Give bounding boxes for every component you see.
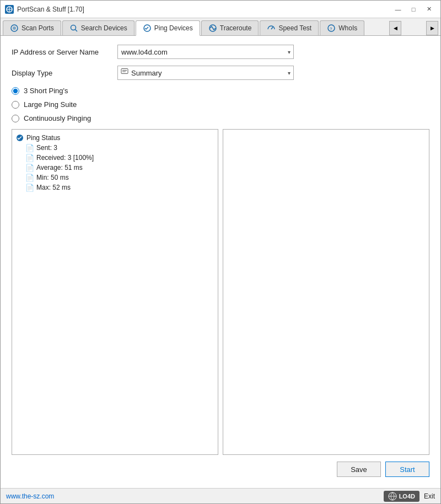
- ping-stat-min-icon: 📄: [25, 173, 34, 182]
- statusbar-logo-text: LO4D: [399, 493, 415, 500]
- tab-traceroute[interactable]: Traceroute: [201, 20, 259, 35]
- ping-stat-average-label: Average: 51 ms: [36, 164, 83, 171]
- window-controls: — □ ✕: [391, 4, 436, 15]
- scan-ports-icon: [10, 24, 19, 33]
- tabs-bar: Scan Ports Search Devices Ping Devices T…: [1, 18, 440, 36]
- svg-text:?: ?: [330, 26, 332, 31]
- tab-scan-ports[interactable]: Scan Ports: [3, 20, 61, 35]
- tab-ping-devices-label: Ping Devices: [154, 24, 193, 32]
- radio-large-ping-label: Large Ping Suite: [24, 100, 77, 109]
- statusbar-logo: LO4D: [384, 491, 420, 502]
- tab-nav-left[interactable]: ◀: [389, 21, 401, 35]
- tab-speed-test-label: Speed Test: [278, 24, 311, 32]
- minimize-button[interactable]: —: [391, 4, 405, 15]
- display-type-label: Display Type: [12, 69, 111, 77]
- radio-continuous[interactable]: Continuously Pinging: [12, 114, 429, 122]
- ip-address-row: IP Address or Server Name www.lo4d.com ▾: [12, 45, 429, 59]
- radio-continuous-input[interactable]: [12, 115, 19, 122]
- tab-speed-test[interactable]: Speed Test: [260, 20, 319, 35]
- radio-short-ping-input[interactable]: [12, 87, 19, 95]
- speed-test-icon: [267, 24, 276, 33]
- ping-status-root-icon: [15, 133, 24, 142]
- ping-stat-max: 📄 Max: 52 ms: [25, 183, 214, 192]
- main-content: IP Address or Server Name www.lo4d.com ▾…: [1, 36, 440, 488]
- svg-line-9: [271, 27, 273, 29]
- ping-stat-max-icon: 📄: [25, 183, 34, 192]
- ping-stat-received-label: Received: 3 [100%]: [36, 154, 94, 162]
- window-title: PortScan & Stuff [1.70]: [17, 6, 391, 13]
- close-button[interactable]: ✕: [422, 4, 436, 15]
- search-devices-icon: [69, 24, 78, 33]
- main-window: PortScan & Stuff [1.70] — □ ✕ Scan Ports…: [0, 0, 441, 504]
- tab-ping-devices[interactable]: Ping Devices: [136, 20, 200, 36]
- tab-scan-ports-label: Scan Ports: [21, 24, 54, 32]
- tab-traceroute-label: Traceroute: [220, 24, 252, 32]
- start-button[interactable]: Start: [385, 462, 429, 477]
- logo-icon: [388, 492, 397, 501]
- ping-status-root-label: Ping Status: [26, 134, 60, 142]
- ping-stat-received: 📄 Received: 3 [100%]: [25, 153, 214, 163]
- right-panel[interactable]: [223, 129, 429, 455]
- display-type-dropdown[interactable]: Summary Detail Compact: [117, 66, 294, 80]
- footer-actions: Save Start: [12, 462, 429, 479]
- ping-stat-sent-label: Sent: 3: [36, 144, 57, 152]
- app-icon: [5, 5, 14, 14]
- ping-status-children: 📄 Sent: 3 📄 Received: 3 [100%] 📄 Average…: [25, 143, 214, 192]
- statusbar-right: LO4D Exit: [384, 491, 435, 502]
- ping-stat-received-icon: 📄: [25, 153, 34, 162]
- ping-status-panel[interactable]: Ping Status 📄 Sent: 3 📄 Received: 3 [100…: [12, 129, 218, 455]
- ping-devices-icon: [143, 24, 152, 33]
- whois-icon: ?: [327, 24, 336, 33]
- ping-stat-sent-icon: 📄: [25, 143, 34, 152]
- tab-whois-label: WhoIs: [338, 24, 357, 32]
- radio-short-ping[interactable]: 3 Short Ping's: [12, 87, 429, 95]
- ping-stat-max-label: Max: 52 ms: [36, 184, 71, 191]
- panels-row: Ping Status 📄 Sent: 3 📄 Received: 3 [100…: [12, 129, 429, 455]
- tab-search-devices-label: Search Devices: [81, 24, 127, 32]
- svg-line-6: [75, 30, 77, 32]
- exit-button[interactable]: Exit: [424, 492, 435, 500]
- display-type-dropdown-wrapper: Summary Detail Compact ▾: [117, 66, 294, 80]
- traceroute-icon: [208, 24, 217, 33]
- tab-search-devices[interactable]: Search Devices: [62, 20, 135, 35]
- ping-stat-min-label: Min: 50 ms: [36, 174, 69, 181]
- save-button[interactable]: Save: [337, 462, 381, 477]
- svg-point-4: [13, 26, 16, 30]
- radio-large-ping[interactable]: Large Ping Suite: [12, 100, 429, 109]
- ip-dropdown-wrapper: www.lo4d.com ▾: [117, 45, 294, 59]
- ping-stat-min: 📄 Min: 50 ms: [25, 173, 214, 183]
- ping-stat-average: 📄 Average: 51 ms: [25, 163, 214, 173]
- ip-address-dropdown[interactable]: www.lo4d.com: [117, 45, 294, 59]
- svg-rect-12: [121, 69, 128, 74]
- svg-point-5: [71, 25, 76, 30]
- radio-short-ping-label: 3 Short Ping's: [24, 87, 68, 95]
- ping-stat-average-icon: 📄: [25, 163, 34, 172]
- ip-label: IP Address or Server Name: [12, 48, 111, 56]
- ping-status-root: Ping Status: [15, 133, 214, 143]
- statusbar: www.the-sz.com LO4D Exit: [1, 488, 440, 503]
- display-type-row: Display Type Summary Detail Compact ▾: [12, 66, 429, 80]
- radio-continuous-label: Continuously Pinging: [24, 114, 91, 122]
- display-type-icon: [121, 68, 128, 78]
- ping-mode-group: 3 Short Ping's Large Ping Suite Continuo…: [12, 87, 429, 122]
- maximize-button[interactable]: □: [406, 4, 421, 15]
- tab-nav-right[interactable]: ▶: [426, 21, 438, 35]
- titlebar: PortScan & Stuff [1.70] — □ ✕: [1, 1, 440, 18]
- tab-whois[interactable]: ? WhoIs: [320, 20, 364, 35]
- statusbar-link[interactable]: www.the-sz.com: [6, 492, 54, 500]
- ping-stat-sent: 📄 Sent: 3: [25, 143, 214, 153]
- radio-large-ping-input[interactable]: [12, 101, 19, 109]
